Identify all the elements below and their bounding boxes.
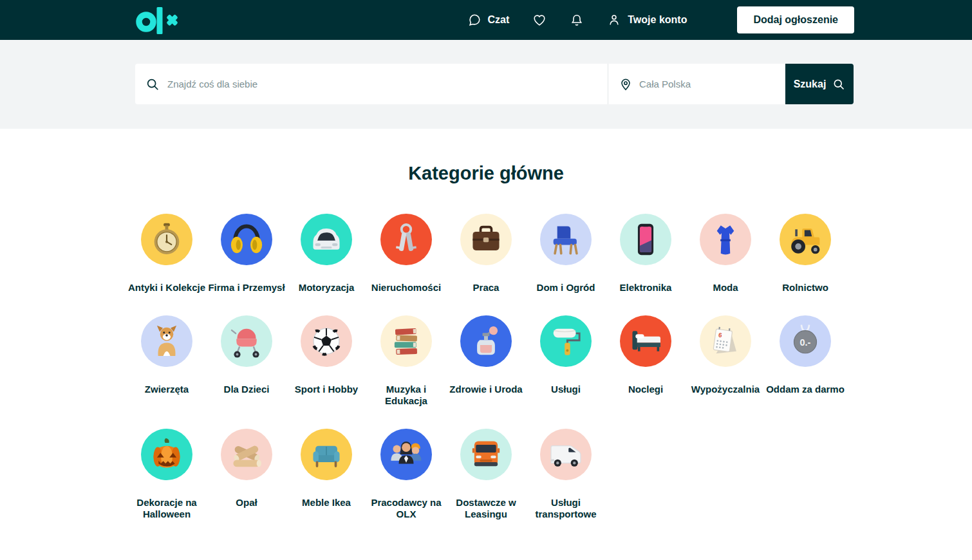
category-label: Rolnictwo: [763, 282, 848, 294]
category-label: Dekoracje na Halloween: [124, 497, 209, 520]
account-nav-item[interactable]: Twoje konto: [607, 13, 687, 27]
category-label: Oddam za darmo: [763, 384, 848, 395]
category-label: Sport i Hobby: [284, 384, 369, 395]
favorites-nav-item[interactable]: [532, 13, 547, 27]
dog-icon: [141, 315, 192, 367]
category-rolnictwo[interactable]: Rolnictwo: [763, 214, 848, 294]
category-dom-i-ogrod[interactable]: Dom i Ogród: [523, 214, 608, 294]
category-label: Usługi transportowe: [523, 497, 608, 520]
category-opal[interactable]: Opał: [204, 429, 289, 520]
briefcase-icon: [460, 214, 512, 265]
search-icon: [145, 77, 160, 91]
category-label: Dom i Ogród: [523, 282, 608, 294]
search-bar: Szukaj: [135, 64, 854, 104]
search-section: Szukaj: [0, 40, 972, 129]
heart-icon: [532, 13, 547, 27]
account-label: Twoje konto: [628, 14, 687, 26]
pumpkin-icon: [141, 429, 192, 480]
category-label: Pracodawcy na OLX: [364, 497, 449, 520]
van-front-icon: [460, 429, 512, 480]
category-label: Praca: [444, 282, 528, 294]
chair-icon: [540, 214, 592, 265]
header-nav: Czat Twoje konto Dodaj ogłoszenie: [467, 6, 855, 33]
location-input[interactable]: [639, 79, 776, 89]
search-submit-button[interactable]: Szukaj: [785, 64, 854, 104]
books-icon: [380, 315, 432, 367]
desk-calendar-icon: 6: [700, 315, 751, 367]
category-uslugi-transportowe[interactable]: Usługi transportowe: [523, 429, 608, 520]
category-motoryzacja[interactable]: Motoryzacja: [284, 214, 369, 294]
category-label: Zdrowie i Uroda: [444, 384, 528, 395]
category-label: Noclegi: [603, 384, 688, 395]
location-field-wrap: [608, 64, 785, 104]
keyword-field-wrap: [135, 64, 608, 104]
dress-icon: [700, 214, 751, 265]
category-label: Opał: [204, 497, 289, 509]
location-pin-icon: [619, 77, 633, 91]
top-header: OLX Czat: [0, 0, 972, 40]
notifications-nav-item[interactable]: [570, 13, 584, 27]
pram-icon: [221, 315, 272, 367]
category-antyki-i-kolekcje[interactable]: Antyki i Kolekcje: [124, 214, 209, 294]
category-label: Moda: [683, 282, 768, 294]
category-label: Elektronika: [603, 282, 688, 294]
soccer-ball-icon: [301, 315, 352, 367]
category-elektronika[interactable]: Elektronika: [603, 214, 688, 294]
perfume-icon: [460, 315, 512, 367]
category-label: Nieruchomości: [364, 282, 449, 294]
bed-icon: [620, 315, 671, 367]
category-label: Dla Dzieci: [204, 384, 289, 395]
ear-protectors-icon: [221, 214, 272, 265]
category-label: Dostawcze w Leasingu: [444, 497, 528, 520]
category-label: Antyki i Kolekcje: [124, 282, 209, 294]
search-input[interactable]: [167, 79, 599, 89]
page-title: Kategorie główne: [0, 163, 972, 184]
category-zwierzeta[interactable]: Zwierzęta: [124, 315, 209, 407]
category-label: Usługi: [523, 384, 608, 395]
bell-icon: [570, 13, 584, 27]
free-price-text: 0.-: [800, 337, 811, 348]
category-dostawcze-w-leasingu[interactable]: Dostawcze w Leasingu: [444, 429, 528, 520]
category-noclegi[interactable]: Noclegi: [603, 315, 688, 407]
category-label: Muzyka i Edukacja: [364, 384, 449, 407]
chat-icon: [467, 13, 481, 27]
post-ad-button[interactable]: Dodaj ogłoszenie: [737, 6, 854, 33]
search-submit-label: Szukaj: [794, 79, 827, 90]
category-uslugi[interactable]: Usługi: [523, 315, 608, 407]
olx-logo[interactable]: OLX: [135, 5, 180, 35]
category-label: Meble Ikea: [284, 497, 369, 509]
chat-nav-item[interactable]: Czat: [467, 13, 510, 27]
sofa-icon: [301, 429, 352, 480]
paint-roller-icon: [540, 315, 592, 367]
olx-logo-icon: [135, 5, 180, 35]
smartphone-icon: [620, 214, 671, 265]
categories-grid: Antyki i Kolekcje Firma i Przemysł Motor: [127, 214, 845, 520]
category-meble-ikea[interactable]: Meble Ikea: [284, 429, 369, 520]
firewood-icon: [221, 429, 272, 480]
search-icon-white: [832, 78, 845, 91]
tractor-icon: [780, 214, 831, 265]
category-wypozyczalnia[interactable]: 6 Wypożyczalnia: [683, 315, 768, 407]
workers-icon: [380, 429, 432, 480]
category-muzyka-i-edukacja[interactable]: Muzyka i Edukacja: [364, 315, 449, 407]
category-dla-dzieci[interactable]: Dla Dzieci: [204, 315, 289, 407]
category-oddam-za-darmo[interactable]: 0.- Oddam za darmo: [763, 315, 848, 407]
category-praca[interactable]: Praca: [444, 214, 528, 294]
van-side-icon: [540, 429, 592, 480]
price-tag-icon: 0.-: [780, 315, 831, 367]
category-label: Wypożyczalnia: [683, 384, 768, 395]
chat-label: Czat: [488, 14, 510, 26]
car-icon: [301, 214, 352, 265]
category-zdrowie-i-uroda[interactable]: Zdrowie i Uroda: [444, 315, 528, 407]
category-label: Firma i Przemysł: [204, 282, 289, 294]
category-dekoracje-na-halloween[interactable]: Dekoracje na Halloween: [124, 429, 209, 520]
category-label: Motoryzacja: [284, 282, 369, 294]
category-pracodawcy-na-olx[interactable]: Pracodawcy na OLX: [364, 429, 449, 520]
category-sport-i-hobby[interactable]: Sport i Hobby: [284, 315, 369, 407]
category-nieruchomosci[interactable]: Nieruchomości: [364, 214, 449, 294]
keys-icon: [380, 214, 432, 265]
user-icon: [607, 13, 621, 27]
category-label: Zwierzęta: [124, 384, 209, 395]
category-firma-i-przemysl[interactable]: Firma i Przemysł: [204, 214, 289, 294]
category-moda[interactable]: Moda: [683, 214, 768, 294]
